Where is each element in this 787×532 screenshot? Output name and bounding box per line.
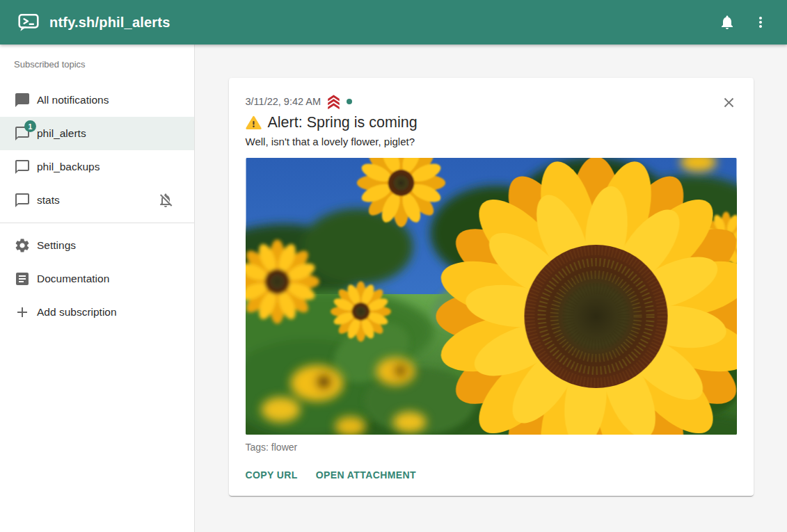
warning-emoji-icon <box>246 115 262 131</box>
kebab-menu-icon <box>752 14 769 31</box>
sidebar: Subscribed topics All notifications 1 ph… <box>0 45 195 532</box>
open-attachment-button[interactable]: OPEN ATTACHMENT <box>316 468 416 482</box>
overflow-menu-button[interactable] <box>744 6 777 39</box>
sidebar-item-label: phil_alerts <box>37 127 86 140</box>
sidebar-section-label: Subscribed topics <box>0 45 194 83</box>
sidebar-item-all-notifications[interactable]: All notifications <box>0 83 194 117</box>
ntfy-logo-icon <box>18 12 39 33</box>
sidebar-item-label: stats <box>37 194 60 207</box>
main-layout: Subscribed topics All notifications 1 ph… <box>0 45 787 532</box>
priority-max-icon <box>326 94 341 109</box>
sidebar-divider <box>0 223 194 223</box>
app-bar: ntfy.sh/phil_alerts <box>0 0 787 45</box>
bell-icon <box>719 14 736 31</box>
notification-feed: 3/11/22, 9:42 AM Alert: Spring is comi <box>195 45 787 532</box>
article-icon <box>14 271 31 287</box>
sidebar-item-label: Settings <box>37 239 76 252</box>
sidebar-item-phil-alerts[interactable]: 1 phil_alerts <box>0 117 194 150</box>
sidebar-item-settings[interactable]: Settings <box>0 229 194 262</box>
sidebar-item-add-subscription[interactable]: Add subscription <box>0 296 194 329</box>
plus-icon <box>14 304 31 321</box>
sunflower-photo <box>246 158 737 435</box>
unread-count-badge: 1 <box>24 120 36 132</box>
notifications-muted-icon <box>157 192 174 209</box>
notification-actions: COPY URL OPEN ATTACHMENT <box>246 468 737 482</box>
chat-bubble-outline-icon <box>14 192 31 209</box>
chat-bubble-outline-icon: 1 <box>14 125 31 142</box>
notification-title-row: Alert: Spring is coming <box>246 114 737 131</box>
notifications-bell-button[interactable] <box>710 6 744 39</box>
sidebar-item-label: Documentation <box>37 273 109 285</box>
sidebar-item-documentation[interactable]: Documentation <box>0 262 194 296</box>
gear-icon <box>14 237 31 254</box>
sidebar-item-label: Add subscription <box>37 306 117 319</box>
sidebar-item-label: phil_backups <box>37 161 100 173</box>
chat-bubble-outline-icon <box>14 159 31 175</box>
sidebar-item-stats[interactable]: stats <box>0 184 194 217</box>
unread-dot-icon <box>347 99 352 104</box>
notification-tags: Tags: flower <box>246 442 737 453</box>
page-title: ntfy.sh/phil_alerts <box>49 15 170 31</box>
sidebar-item-label: All notifications <box>37 94 109 106</box>
notification-timestamp: 3/11/22, 9:42 AM <box>246 96 321 107</box>
copy-url-button[interactable]: COPY URL <box>246 468 298 482</box>
sidebar-item-phil-backups[interactable]: phil_backups <box>0 150 194 184</box>
close-icon <box>721 95 737 111</box>
notification-title: Alert: Spring is coming <box>268 114 418 131</box>
close-notification-button[interactable] <box>720 95 738 113</box>
chat-bubble-filled-icon <box>14 92 31 108</box>
attachment-image[interactable] <box>246 158 737 435</box>
notification-meta: 3/11/22, 9:42 AM <box>246 94 737 109</box>
notification-body: Well, isn't that a lovely flower, piglet… <box>246 136 737 147</box>
notification-card: 3/11/22, 9:42 AM Alert: Spring is comi <box>229 78 754 496</box>
